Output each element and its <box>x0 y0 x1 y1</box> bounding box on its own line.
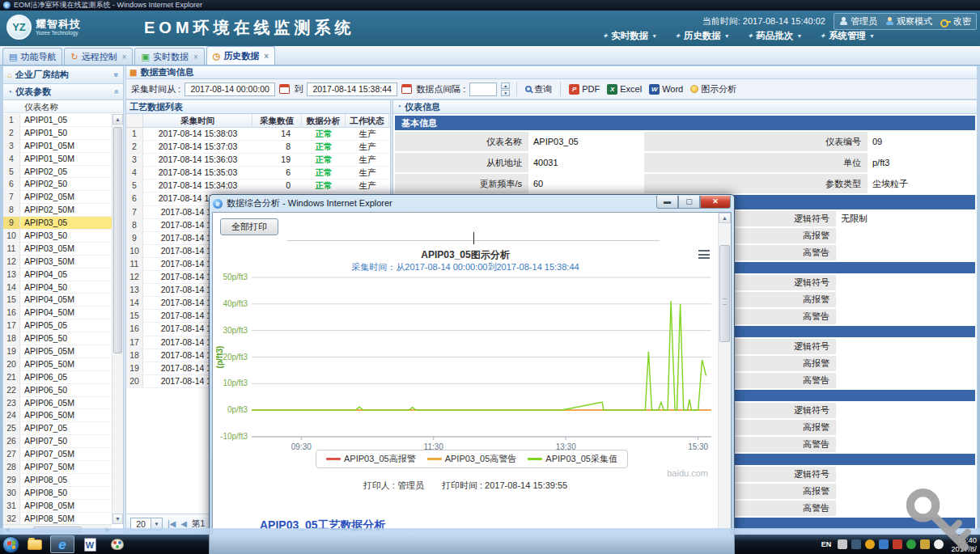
scroll-thumb[interactable] <box>719 245 730 342</box>
popup-scrollbar[interactable]: ▲ <box>718 213 731 553</box>
list-item[interactable]: 10APIP03_50 <box>3 230 112 243</box>
scroll-up-icon[interactable]: ▲ <box>719 213 731 223</box>
list-item[interactable]: 4APIP01_50M <box>3 153 112 166</box>
table-row[interactable]: 2 2017-08-14 15:37:03 8 正常 生产 <box>126 141 390 154</box>
chart-analysis-button[interactable]: 图示分析 <box>689 83 738 95</box>
tray-icon[interactable] <box>865 539 875 549</box>
step-down-icon[interactable]: ▼ <box>501 90 510 96</box>
taskbar-ie-button[interactable]: e <box>50 535 74 553</box>
col-data-analysis[interactable]: 数据分析 <box>302 114 346 127</box>
list-item[interactable]: 31APIP08_05M <box>3 500 112 513</box>
export-excel-button[interactable]: XExcel <box>605 84 643 95</box>
nav-system-manage[interactable]: ✦系统管理▼ <box>820 30 875 42</box>
close-button[interactable]: ✕ <box>700 196 731 209</box>
list-item[interactable]: 7APIP02_05M <box>3 191 112 204</box>
legend-item[interactable]: APIP03_05高报警 <box>326 453 416 465</box>
list-item[interactable]: 2APIP01_50 <box>3 127 112 140</box>
to-date-input[interactable] <box>307 82 397 96</box>
taskbar-word-button[interactable]: W <box>78 535 102 553</box>
tab-3[interactable]: ▣实时数据× <box>134 48 204 65</box>
taskbar-paint-button[interactable] <box>105 535 129 553</box>
table-row[interactable]: 3 2017-08-14 15:36:03 19 正常 生产 <box>126 154 390 167</box>
calendar-icon[interactable] <box>401 84 412 94</box>
export-pdf-button[interactable]: PPDF <box>567 84 601 95</box>
list-item[interactable]: 15APIP04_05M <box>3 294 112 307</box>
table-row[interactable]: 1 2017-08-14 15:38:03 14 正常 生产 <box>126 128 390 141</box>
nav-history-data[interactable]: ✦历史数据▼ <box>675 30 730 42</box>
scroll-thumb[interactable] <box>113 127 122 353</box>
tray-icon[interactable] <box>838 539 847 549</box>
table-row[interactable]: 5 2017-08-14 15:34:03 0 正常 生产 <box>126 180 390 192</box>
close-icon[interactable]: × <box>193 53 198 61</box>
sidebar-section-instrument-params[interactable]: ◔ 仪表参数 » <box>3 84 123 100</box>
list-item[interactable]: 9APIP03_05 <box>3 217 112 230</box>
list-item[interactable]: 27APIP07_05M <box>3 448 112 461</box>
scroll-up-icon[interactable]: ▲ <box>112 114 123 125</box>
col-work-status[interactable]: 工作状态 <box>346 114 389 127</box>
scroll-down-icon[interactable]: ▼ <box>112 514 123 524</box>
popup-titlebar[interactable]: e 数据综合分析 - Windows Internet Explorer ▬ ▢… <box>210 195 734 212</box>
tab-1[interactable]: ▤功能导航 <box>2 48 62 65</box>
tab-2[interactable]: ↻远程控制× <box>64 48 133 65</box>
print-all-button[interactable]: 全部打印 <box>220 218 278 235</box>
admin-button[interactable]: 管理员 <box>839 15 877 27</box>
tray-icon[interactable] <box>851 539 861 549</box>
col-collect-time[interactable]: 采集时间 <box>143 114 252 127</box>
list-item[interactable]: 22APIP06_50 <box>3 384 112 397</box>
close-icon[interactable]: × <box>264 52 269 61</box>
list-item[interactable]: 14APIP04_50 <box>3 281 112 294</box>
list-item[interactable]: 20APIP05_50M <box>3 358 112 371</box>
list-item[interactable]: 29APIP08_05 <box>3 474 112 487</box>
taskbar-active-window-button[interactable] <box>209 535 735 554</box>
chart-menu-icon[interactable] <box>698 250 710 259</box>
sidebar-section-factory-structure[interactable]: ⌂ 企业厂房结构 » <box>3 66 123 84</box>
minimize-button[interactable]: ▬ <box>656 196 678 209</box>
observe-mode-button[interactable]: 观察模式 <box>885 15 932 27</box>
list-item[interactable]: 24APIP06_50M <box>3 409 112 422</box>
list-item[interactable]: 6APIP02_50 <box>3 178 112 191</box>
list-item[interactable]: 32APIP08_50M <box>3 513 112 524</box>
chart-legend[interactable]: APIP03_05高报警APIP03_05高警告APIP03_05采集值 <box>316 450 628 468</box>
change-password-button[interactable]: 改密 <box>940 15 971 27</box>
language-indicator[interactable]: EN <box>821 540 832 548</box>
table-row[interactable]: 4 2017-08-14 15:35:03 6 正常 生产 <box>126 167 390 180</box>
search-button[interactable]: 查询 <box>524 83 554 95</box>
calendar-icon[interactable] <box>279 84 290 94</box>
list-item[interactable]: 13APIP04_05 <box>3 269 112 281</box>
list-item[interactable]: 18APIP05_50 <box>3 332 112 345</box>
export-word-button[interactable]: WWord <box>647 84 685 95</box>
list-item[interactable]: 25APIP07_05 <box>3 422 112 435</box>
list-item[interactable]: 12APIP03_50M <box>3 256 112 269</box>
legend-item[interactable]: APIP03_05高警告 <box>427 453 517 465</box>
interval-stepper[interactable]: ▲▼ <box>501 82 510 96</box>
tab-4[interactable]: ◷历史数据× <box>206 46 275 65</box>
list-item[interactable]: 26APIP07_50 <box>3 435 112 448</box>
list-item[interactable]: 8APIP02_50M <box>3 204 112 217</box>
list-item[interactable]: 1APIP01_05 <box>3 114 112 127</box>
list-item[interactable]: 30APIP08_50 <box>3 487 112 500</box>
list-item[interactable]: 16APIP04_50M <box>3 307 112 319</box>
first-page-button[interactable]: |◀ <box>168 519 176 528</box>
tray-icon[interactable] <box>879 539 889 549</box>
step-up-icon[interactable]: ▲ <box>501 82 510 89</box>
collapse-icon[interactable]: » <box>112 90 121 95</box>
collapse-icon[interactable]: » <box>112 73 121 78</box>
close-icon[interactable]: × <box>122 53 127 61</box>
from-date-input[interactable] <box>185 82 275 96</box>
sidebar-vertical-scrollbar[interactable]: ▲ ▼ <box>112 114 123 524</box>
list-item[interactable]: 11APIP03_05M <box>3 243 112 256</box>
nav-realtime-data[interactable]: ✦实时数据▼ <box>602 30 657 42</box>
interval-input[interactable] <box>469 82 497 96</box>
prev-page-button[interactable]: ◀ <box>180 519 187 528</box>
col-collect-value[interactable]: 采集数值 <box>252 114 302 127</box>
legend-item[interactable]: APIP03_05采集值 <box>528 453 617 465</box>
nav-drug-batch[interactable]: ✦药品批次▼ <box>748 30 803 42</box>
list-item[interactable]: 3APIP01_05M <box>3 140 112 153</box>
list-item[interactable]: 23APIP06_05M <box>3 397 112 410</box>
taskbar-explorer-button[interactable] <box>23 535 47 553</box>
maximize-button[interactable]: ▢ <box>678 196 700 209</box>
start-button[interactable] <box>2 536 19 553</box>
list-item[interactable]: 21APIP06_05 <box>3 371 112 384</box>
list-item[interactable]: 17APIP05_05 <box>3 319 112 332</box>
list-item[interactable]: 28APIP07_50M <box>3 461 112 474</box>
